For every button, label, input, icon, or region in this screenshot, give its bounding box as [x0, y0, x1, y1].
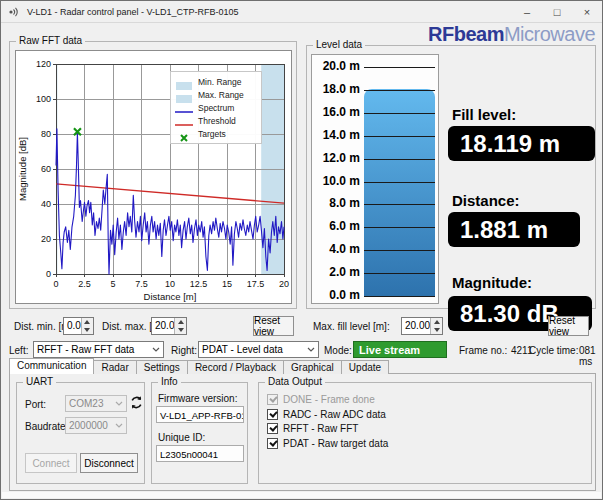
svg-text:40: 40 — [41, 199, 51, 209]
level-gridline — [364, 113, 435, 114]
port-value: COM23 — [66, 398, 111, 409]
level-gridline — [364, 204, 435, 205]
dist-max-down-icon[interactable] — [175, 326, 186, 334]
dist-max-up-icon[interactable] — [175, 318, 186, 326]
mode-label: Mode: — [324, 345, 352, 356]
checkbox-row-rfft[interactable]: RFFT - Raw FFT — [267, 422, 358, 435]
baudrate-label: Baudrate: — [25, 421, 68, 432]
raw-fft-group-label: Raw FFT data — [16, 35, 85, 46]
level-tick-label: 20.0 m — [312, 59, 360, 73]
target-marker-icon — [175, 129, 193, 139]
svg-text:20: 20 — [279, 279, 289, 289]
level-gridline — [364, 250, 435, 251]
refresh-ports-icon[interactable] — [129, 395, 144, 410]
uart-group: UART Port: COM23 Baudrate: 2000000 Conne… — [16, 382, 145, 484]
chevron-down-icon — [111, 401, 126, 406]
frame-no-label: Frame no.: — [459, 345, 507, 356]
fill-swatch — [175, 90, 193, 100]
level-tick-label: 0.0 m — [312, 288, 360, 302]
max-fill-level-label: Max. fill level [m]: — [313, 321, 390, 332]
svg-text:100: 100 — [36, 94, 51, 104]
dist-min-down-icon[interactable] — [82, 326, 93, 334]
max-fill-level-spinner[interactable]: 20.00 — [401, 317, 443, 335]
info-group: Info Firmware version: V-LD1_APP-RFB-010… — [151, 382, 248, 484]
right-stream-label: Right: — [171, 345, 197, 356]
legend-item: Min. Range — [175, 75, 257, 88]
maximize-button[interactable]: □ — [542, 1, 572, 22]
checkbox-label: RFFT - Raw FFT — [283, 423, 358, 434]
svg-text:60: 60 — [41, 164, 51, 174]
checkbox-label: DONE - Frame done — [283, 394, 375, 405]
distance-value-box: 1.881 m — [448, 212, 580, 247]
level-gridline — [364, 67, 435, 68]
unique-id-label: Unique ID: — [158, 432, 205, 443]
fft-reset-view-button[interactable]: Reset view — [253, 316, 294, 336]
fft-chart-panel[interactable]: 02040608010012002.557.51012.51517.520Dis… — [15, 50, 292, 304]
legend-item: Targets — [175, 127, 257, 140]
max-fill-up-icon[interactable] — [431, 318, 442, 326]
dist-min-value[interactable]: 0.0 — [64, 318, 81, 334]
level-tick-label: 4.0 m — [312, 242, 360, 256]
max-fill-level-value[interactable]: 20.00 — [402, 318, 430, 334]
level-gridline — [364, 90, 435, 91]
level-tick-label: 14.0 m — [312, 128, 360, 142]
tab-graphical[interactable]: Graphical — [283, 360, 342, 374]
checkbox-label: PDAT - Raw target data — [283, 438, 388, 449]
baudrate-value: 2000000 — [66, 420, 111, 431]
fill-swatch — [175, 77, 193, 87]
level-gridline — [364, 273, 435, 274]
svg-text:80: 80 — [41, 129, 51, 139]
unique-id-field[interactable]: L2305n00041 — [156, 445, 244, 462]
close-button[interactable]: × — [572, 1, 602, 22]
mode-status-badge: Live stream — [353, 341, 447, 358]
firmware-version-label: Firmware version: — [158, 393, 237, 404]
checkbox-row-pdat[interactable]: PDAT - Raw target data — [267, 437, 388, 450]
tab-communication[interactable]: Communication — [9, 358, 94, 374]
legend-label: Spectrum — [198, 103, 234, 113]
left-stream-value: RFFT - Raw FFT data — [34, 344, 148, 355]
level-data-group-label: Level data — [313, 39, 365, 50]
checkbox-icon[interactable] — [267, 423, 278, 434]
minimize-button[interactable]: – — [512, 1, 542, 22]
level-tick-label: 18.0 m — [312, 82, 360, 96]
dist-max-value[interactable]: 20.0 — [152, 318, 174, 334]
filllevel-value-box: 18.119 m — [448, 126, 595, 161]
level-tick-label: 16.0 m — [312, 105, 360, 119]
level-data-group: Level data 20.0 m18.0 m16.0 m14.0 m12.0 … — [306, 45, 596, 309]
legend-label: Targets — [198, 129, 226, 139]
svg-text:17.5: 17.5 — [247, 279, 265, 289]
tab-settings[interactable]: Settings — [136, 360, 188, 374]
right-stream-combo[interactable]: PDAT - Level data — [198, 341, 319, 358]
dist-min-spinner[interactable]: 0.0 — [63, 317, 94, 335]
disconnect-button[interactable]: Disconnect — [80, 453, 138, 473]
baudrate-combo: 2000000 — [65, 417, 127, 434]
rfbeam-logo: RFbeamMicrowave — [428, 23, 595, 46]
fft-x-axis-label: Distance [m] — [144, 291, 197, 302]
logo-part2: Microwave — [504, 23, 595, 45]
legend-item: Threshold — [175, 114, 257, 127]
dist-max-spinner[interactable]: 20.0 — [151, 317, 187, 335]
level-gauge-panel: 20.0 m18.0 m16.0 m14.0 m12.0 m10.0 m8.0 … — [311, 54, 439, 304]
port-combo: COM23 — [65, 395, 127, 412]
max-fill-down-icon[interactable] — [431, 326, 442, 334]
checkbox-row-radc[interactable]: RADC - Raw ADC data — [267, 408, 386, 421]
checkbox-icon[interactable] — [267, 438, 278, 449]
checkbox-icon[interactable] — [267, 409, 278, 420]
dist-min-up-icon[interactable] — [82, 318, 93, 326]
window-title: V-LD1 - Radar control panel - V-LD1_CTP-… — [27, 7, 239, 17]
cycle-time-value: 081 ms — [579, 345, 602, 367]
level-tick-label: 8.0 m — [312, 196, 360, 210]
left-stream-combo[interactable]: RFFT - Raw FFT data — [33, 341, 164, 358]
firmware-version-field[interactable]: V-LD1_APP-RFB-0105 — [156, 406, 244, 423]
tab-update[interactable]: Update — [341, 360, 389, 374]
svg-text:10: 10 — [165, 279, 175, 289]
level-reset-view-button[interactable]: Reset view — [548, 316, 589, 336]
tab-radar[interactable]: Radar — [93, 360, 136, 374]
level-gridline — [364, 182, 435, 183]
right-stream-value: PDAT - Level data — [199, 344, 303, 355]
tab-record-playback[interactable]: Record / Playback — [187, 360, 284, 374]
chevron-down-icon — [148, 347, 163, 352]
radar-app-icon — [7, 5, 21, 19]
app-window: V-LD1 - Radar control panel - V-LD1_CTP-… — [0, 0, 603, 500]
legend-label: Threshold — [198, 116, 236, 126]
